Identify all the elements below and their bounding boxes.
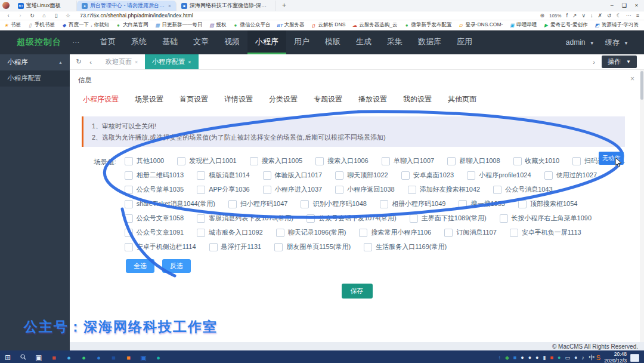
- top-nav-item[interactable]: 模版: [317, 30, 348, 54]
- collapse-menu-icon[interactable]: ⋯: [72, 38, 79, 47]
- split-view-icon[interactable]: ▯: [52, 13, 60, 19]
- scene-option[interactable]: 小程序返回1038: [335, 185, 394, 194]
- page-tab[interactable]: 欢迎页面 ×: [98, 54, 145, 69]
- scene-option[interactable]: 安卓桌面1023: [401, 171, 454, 180]
- checkbox[interactable]: [125, 229, 133, 237]
- checkbox[interactable]: [209, 243, 218, 251]
- bookmark-item[interactable]: ▣ 哔哩哔哩: [509, 21, 537, 29]
- sidebar-item-miniprogram-config[interactable]: 小程序配置: [0, 70, 70, 87]
- checkbox[interactable]: [493, 186, 501, 194]
- checkbox[interactable]: [335, 186, 343, 194]
- scene-option[interactable]: 朋友圈单页1155(常用): [274, 242, 351, 251]
- address-bar[interactable]: 73.r7i5x.cn/shenhai.php/admin/index/inde…: [80, 13, 535, 19]
- tray-upload-icon[interactable]: ↑: [498, 355, 501, 361]
- bookmark-item[interactable]: ◆ 百度一下，你就知: [61, 21, 109, 29]
- home-icon[interactable]: ⌂: [41, 13, 48, 19]
- subnav-tab[interactable]: 首页设置: [179, 94, 208, 104]
- checkbox[interactable]: [125, 186, 133, 194]
- checkbox[interactable]: [500, 214, 508, 223]
- scene-option[interactable]: 模版消息1014: [197, 171, 249, 180]
- checkbox[interactable]: [447, 157, 456, 165]
- checkbox[interactable]: [444, 229, 453, 237]
- tab-close-icon[interactable]: ×: [135, 59, 138, 65]
- bookmark-item[interactable]: ▶ 爱奇艺号-爱创作: [543, 21, 587, 29]
- checkbox[interactable]: [197, 186, 205, 194]
- bookmark-item[interactable]: D 登录-DNS.COM-: [459, 21, 503, 29]
- subnav-tab[interactable]: 分类设置: [269, 94, 298, 104]
- tray-qq-icon[interactable]: ●: [535, 355, 538, 361]
- scene-option[interactable]: 添加好友搜索框1042: [408, 185, 480, 194]
- scene-option[interactable]: 搜索常用小程序1106: [359, 228, 431, 237]
- tab-close-icon[interactable]: ×: [188, 59, 191, 65]
- chevron-left-icon[interactable]: ‹: [86, 59, 95, 66]
- download-icon[interactable]: ↓: [590, 13, 593, 19]
- checkbox[interactable]: [544, 171, 553, 180]
- checkbox[interactable]: [467, 171, 475, 180]
- scene-option[interactable]: 扫小程序码1047: [228, 199, 287, 208]
- checkbox[interactable]: [410, 214, 418, 223]
- tray-volume-muted-icon[interactable]: ♪: [581, 355, 584, 361]
- scene-option[interactable]: 小程序进入1037: [263, 185, 322, 194]
- checkbox[interactable]: [177, 157, 185, 165]
- taskbar-app-icon[interactable]: ■: [47, 354, 61, 361]
- scene-option[interactable]: 公众号文章1091: [125, 228, 184, 237]
- top-nav-item[interactable]: 系统: [123, 30, 154, 54]
- checkbox[interactable]: [263, 171, 271, 180]
- bookmark-item[interactable]: {} 云解析 DNS: [311, 21, 346, 29]
- top-nav-item[interactable]: 视频: [216, 30, 247, 54]
- subnav-tab[interactable]: 播放设置: [358, 94, 387, 104]
- scene-option[interactable]: 单聊入口1007: [382, 156, 434, 165]
- scene-option[interactable]: 相册小程序码1049: [380, 199, 445, 208]
- checkbox[interactable]: [513, 157, 522, 165]
- scene-option[interactable]: 搜索入口1005: [250, 156, 302, 165]
- top-nav-item[interactable]: 文章: [185, 30, 216, 54]
- more-icon[interactable]: ⋯: [626, 13, 631, 19]
- checkbox[interactable]: [359, 229, 367, 237]
- page-tab[interactable]: 小程序配置 ×: [145, 54, 198, 69]
- scene-option[interactable]: 搜一搜1053: [459, 199, 504, 208]
- checkbox[interactable]: [125, 214, 133, 223]
- checkbox[interactable]: [263, 186, 271, 194]
- ime-indicator[interactable]: 中: [588, 353, 596, 362]
- checkbox[interactable]: [125, 243, 133, 251]
- bookmark-item[interactable]: ● 大白菜官网: [116, 21, 148, 29]
- checkbox[interactable]: [197, 171, 205, 180]
- scene-option[interactable]: 聊天顶部1022: [335, 171, 388, 180]
- top-nav-item[interactable]: 基础: [154, 30, 185, 54]
- scene-option[interactable]: 生活服务入口1169(常用): [364, 242, 447, 251]
- save-button[interactable]: 保存: [342, 284, 373, 299]
- top-nav-item[interactable]: 应用: [449, 30, 480, 54]
- new-tab-button[interactable]: +: [282, 1, 286, 10]
- scene-option[interactable]: 体验版入口1017: [263, 171, 322, 180]
- scene-option[interactable]: 聊天记录1096(常用): [276, 228, 346, 237]
- scene-option[interactable]: 城市服务入口1092: [197, 228, 262, 237]
- operations-button[interactable]: 操作▼: [602, 56, 637, 68]
- browser-tab[interactable]: ● 后台管理中心 - 请勿泄露后台地址 ×: [77, 1, 177, 11]
- checkbox[interactable]: [274, 243, 283, 251]
- chevron-right-icon[interactable]: ›: [590, 59, 598, 66]
- checkbox[interactable]: [518, 200, 527, 208]
- checkbox[interactable]: [197, 214, 205, 223]
- checkbox[interactable]: [380, 200, 388, 208]
- bookmark-item[interactable]: ◩ 资源铺子-学习资: [595, 21, 639, 29]
- menu-icon[interactable]: ≡: [636, 13, 639, 19]
- tray-network-icon[interactable]: ●: [574, 355, 577, 361]
- scene-option[interactable]: 安卓手机侧边栏1114: [125, 242, 196, 251]
- user-menu[interactable]: admin ▼: [566, 38, 595, 47]
- bookmark-item[interactable]: ● 微擎新手发布配置: [404, 21, 452, 29]
- tray-app-icon[interactable]: ■: [513, 355, 516, 361]
- favorite-star-icon[interactable]: ☆: [64, 13, 72, 19]
- share-icon[interactable]: ↗: [572, 13, 577, 19]
- scene-option[interactable]: 安卓手机负一屏1113: [510, 228, 581, 237]
- scrollbar[interactable]: [640, 70, 644, 342]
- start-button[interactable]: ⊞: [0, 353, 16, 362]
- scene-option[interactable]: 公众号会话下发1074(常用): [306, 214, 397, 223]
- task-view-button[interactable]: ▣: [31, 353, 47, 362]
- top-nav-item[interactable]: 采集: [379, 30, 410, 54]
- checkbox[interactable]: [315, 157, 324, 165]
- window-minimize-button[interactable]: –: [611, 2, 614, 8]
- taskbar-app-icon[interactable]: ●: [91, 354, 106, 361]
- scene-option[interactable]: 公众号文章1058: [125, 214, 184, 223]
- checkbox[interactable]: [125, 157, 133, 165]
- scene-option[interactable]: 公众号菜单1035: [125, 185, 184, 194]
